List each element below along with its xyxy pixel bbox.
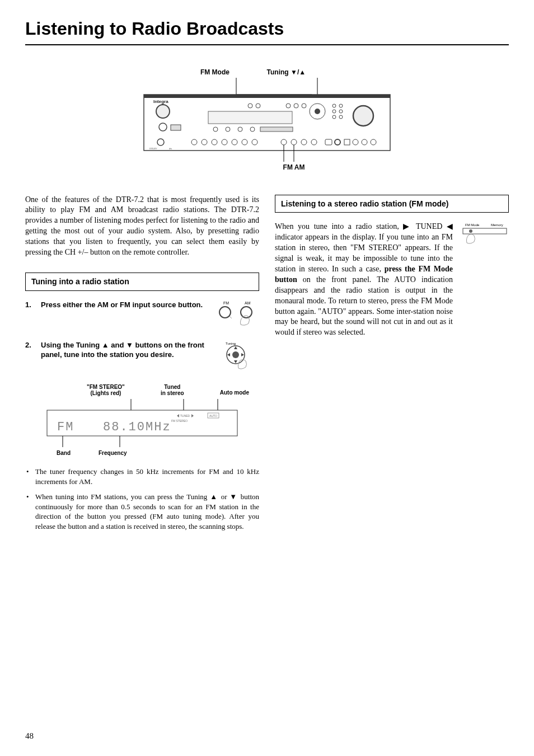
lbl-tuned: Tunedin stereo	[161, 384, 184, 397]
svg-text:AM: AM	[245, 301, 251, 305]
svg-line-54	[229, 316, 232, 318]
page-title: Listening to Radio Broadcasts	[25, 17, 509, 45]
lbl-auto-mode: Auto mode	[220, 384, 249, 397]
svg-text:TUNED: TUNED	[180, 414, 190, 417]
note-item: The tuner frequency changes in 50 kHz in…	[35, 467, 259, 486]
fm-mode-label: FM Mode	[200, 68, 229, 77]
svg-point-53	[241, 307, 252, 318]
step2-icon: Tuning	[214, 340, 259, 372]
step2-text: Using the Tuning ▲ and ▼ buttons on the …	[41, 340, 209, 360]
svg-text:FM: FM	[223, 301, 229, 305]
svg-point-8	[315, 109, 320, 114]
stereo-body: When you tune into a radio station, ▶ TU…	[275, 222, 453, 338]
svg-text:FM Mode: FM Mode	[465, 223, 480, 227]
tuning-label: Tuning ▼/▲	[267, 68, 306, 77]
svg-text:DOLBY: DOLBY	[149, 147, 157, 150]
lbl-band: Band	[57, 449, 71, 457]
svg-marker-58	[234, 346, 237, 349]
svg-text:AUTO: AUTO	[209, 414, 217, 417]
lbl-fm-stereo: "FM STEREO"(Lights red)	[87, 384, 125, 397]
svg-marker-59	[234, 360, 237, 363]
lbl-frequency: Frequency	[99, 449, 127, 457]
tuning-section-heading: Tuning into a radio station	[25, 273, 259, 291]
display-readout: "FM STEREO"(Lights red) Tunedin stereo A…	[25, 384, 259, 457]
svg-text:dts: dts	[169, 147, 172, 150]
svg-text:Memory: Memory	[491, 223, 503, 227]
svg-point-52	[219, 307, 231, 318]
notes-list: The tuner frequency changes in 50 kHz in…	[35, 467, 259, 531]
svg-rect-27	[260, 127, 293, 132]
svg-point-6	[353, 106, 373, 126]
step1-number: 1.	[25, 300, 35, 310]
stereo-section-heading: Listening to a stereo radio station (FM …	[275, 195, 509, 213]
svg-rect-3	[144, 95, 390, 98]
svg-marker-60	[227, 353, 230, 356]
svg-text:88.10MHz: 88.10MHz	[103, 420, 171, 434]
intro-paragraph: One of the features of the DTR-7.2 that …	[25, 195, 259, 258]
svg-point-57	[232, 351, 239, 358]
step2-number: 2.	[25, 340, 35, 350]
step-1: 1. Press either the AM or FM input sourc…	[25, 300, 259, 328]
svg-marker-61	[241, 353, 244, 356]
note-item: When tuning into FM stations, you can pr…	[35, 492, 259, 531]
step-2: 2. Using the Tuning ▲ and ▼ buttons on t…	[25, 340, 259, 372]
fm-am-label: FM AM	[79, 163, 509, 172]
receiver-illustration: Integra DOLBYdts	[138, 78, 396, 162]
step1-icon: FM AM	[214, 300, 259, 328]
svg-point-5	[156, 105, 170, 118]
lcd-display: TUNED FM STEREO AUTO FM 88.10MHz	[41, 399, 243, 447]
fm-mode-button-icon: FM Mode Memory	[461, 222, 509, 248]
svg-text:FM: FM	[57, 420, 74, 434]
svg-rect-22	[208, 111, 292, 124]
svg-point-79	[469, 229, 472, 233]
svg-text:FM STEREO: FM STEREO	[171, 419, 188, 422]
svg-text:Integra: Integra	[153, 99, 168, 104]
svg-rect-10	[171, 125, 181, 130]
step1-text: Press either the AM or FM input source b…	[41, 300, 209, 310]
receiver-diagram: FM Mode Tuning ▼/▲ Integra	[25, 68, 509, 172]
svg-text:Tuning: Tuning	[226, 342, 236, 345]
